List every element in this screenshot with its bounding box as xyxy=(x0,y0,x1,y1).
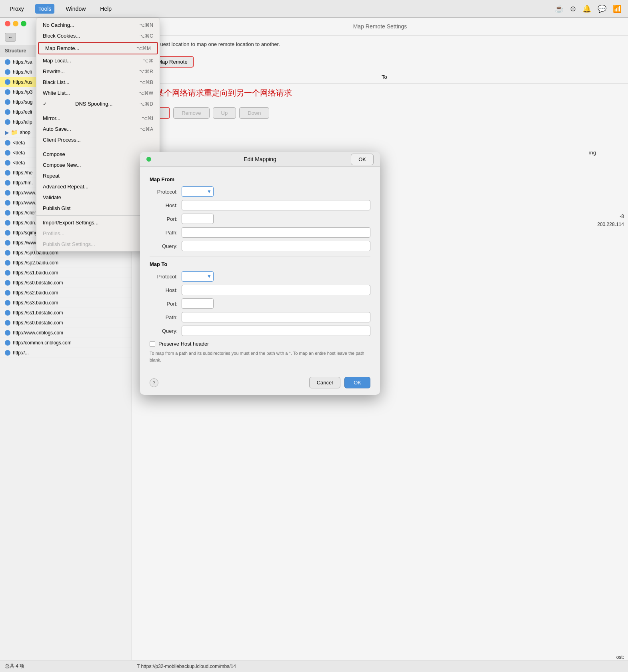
list-item[interactable]: https://ss0.bdstatic.com xyxy=(0,278,132,288)
chevron-down-icon: ▼ xyxy=(207,189,212,194)
menu-item-label: DNS Spoofing... xyxy=(75,101,112,107)
to-protocol-label: Protocol: xyxy=(150,274,178,280)
remove-button[interactable]: Remove xyxy=(173,107,209,119)
menu-item-label: White List... xyxy=(43,90,70,96)
from-protocol-select[interactable]: ▼ xyxy=(182,186,214,197)
back-button[interactable]: ← xyxy=(5,33,16,42)
preserve-host-checkbox[interactable] xyxy=(150,341,155,347)
shortcut: ⌥⌘M xyxy=(136,46,151,51)
from-query-input[interactable] xyxy=(182,241,370,251)
menubar-proxy[interactable]: Proxy xyxy=(6,4,27,14)
list-item[interactable]: https://ss1.baidu.com xyxy=(0,268,132,278)
menu-item-map-remote[interactable]: Map Remote... ⌥⌘M xyxy=(38,42,158,54)
menu-item-label: Validate xyxy=(43,194,61,200)
menu-item-dns-spoofing[interactable]: ✓ DNS Spoofing... ⌥⌘D xyxy=(36,98,160,109)
cancel-button[interactable]: Cancel xyxy=(309,377,340,388)
bottom-status: T https://p32-mobilebackup.icloud.com/mb… xyxy=(132,660,628,672)
shortcut: ⌥⌘W xyxy=(138,90,153,96)
menu-item-map-local[interactable]: Map Local... ⌥⌘ xyxy=(36,55,160,66)
hint-text: To map from a path and its subdirectorie… xyxy=(150,350,370,363)
shortcut: ⌥⌘ xyxy=(143,58,153,64)
list-item[interactable]: https://ss3.baidu.com xyxy=(0,298,132,308)
menu-separator xyxy=(36,111,160,111)
from-query-label: Query: xyxy=(150,243,178,249)
host-bottom-label: ost: xyxy=(616,654,624,660)
from-host-input[interactable] xyxy=(182,200,370,210)
shortcut: ⌥⌘B xyxy=(140,80,153,85)
list-item[interactable]: https://ss1.bdstatic.com xyxy=(0,308,132,318)
shortcut: ⌥⌘C xyxy=(139,33,153,39)
menu-item-rewrite[interactable]: Rewrite... ⌥⌘R xyxy=(36,66,160,77)
menu-item-label: Compose New... xyxy=(43,162,81,168)
list-item[interactable]: http://... xyxy=(0,348,132,358)
to-host-label: Host: xyxy=(150,287,178,293)
bottom-url: T https://p32-mobilebackup.icloud.com/mb… xyxy=(137,664,236,669)
down-button[interactable]: Down xyxy=(239,107,269,119)
menu-item-label: Map Remote... xyxy=(45,45,79,51)
ok-button[interactable]: OK xyxy=(344,377,370,388)
from-port-input[interactable] xyxy=(182,214,214,224)
help-button[interactable]: ? xyxy=(150,378,158,387)
menu-item-white-list[interactable]: White List... ⌥⌘W xyxy=(36,88,160,98)
chat-icon: 💬 xyxy=(598,4,606,13)
menu-item-label: Map Local... xyxy=(43,58,71,64)
up-button[interactable]: Up xyxy=(213,107,236,119)
menu-item-label: Mirror... xyxy=(43,115,60,121)
checkmark-icon: ✓ xyxy=(43,101,47,107)
shortcut: ⌥⌘A xyxy=(140,126,153,132)
ok-button-top[interactable]: OK xyxy=(351,154,374,165)
to-query-input[interactable] xyxy=(182,326,370,336)
minimize-traffic-light[interactable] xyxy=(13,21,18,26)
from-column-header: From xyxy=(140,74,378,80)
to-protocol-select[interactable]: ▼ xyxy=(182,271,214,282)
to-path-input[interactable] xyxy=(182,312,370,322)
from-path-input[interactable] xyxy=(182,227,370,238)
from-port-label: Port: xyxy=(150,216,178,222)
from-protocol-label: Protocol: xyxy=(150,189,178,195)
menu-item-mirror[interactable]: Mirror... ⌥⌘I xyxy=(36,113,160,124)
to-port-input[interactable] xyxy=(182,298,214,309)
menubar-right-icons: ☕ ⊙ 🔔 💬 📶 xyxy=(555,4,622,13)
wifi-icon: 📶 xyxy=(613,4,622,13)
preserve-host-row: Preserve Host header xyxy=(150,341,370,347)
menu-item-black-list[interactable]: Black List... ⌥⌘B xyxy=(36,77,160,88)
menu-item-no-caching[interactable]: No Caching... ⌥⌘N xyxy=(36,20,160,30)
menu-item-auto-save[interactable]: Auto Save... ⌥⌘A xyxy=(36,124,160,134)
menu-item-client-process[interactable]: Client Process... xyxy=(36,134,160,145)
from-host-row: Host: xyxy=(150,200,370,210)
to-column-header: To xyxy=(382,74,620,80)
menu-item-label: Publish Gist Settings... xyxy=(43,241,95,247)
to-port-row: Port: xyxy=(150,298,370,309)
menu-item-block-cookies[interactable]: Block Cookies... ⌥⌘C xyxy=(36,30,160,41)
ip-label: 200.228.114 xyxy=(597,222,624,227)
dialog-body: Map From Protocol: ▼ Host: Port: Path: Q… xyxy=(140,167,380,373)
list-item[interactable]: http://common.cnblogs.com xyxy=(0,338,132,348)
from-protocol-row: Protocol: ▼ xyxy=(150,186,370,197)
dialog-green-dot xyxy=(146,157,151,162)
shortcut: ⌥⌘R xyxy=(139,69,153,74)
map-to-section-label: Map To xyxy=(150,261,370,267)
list-item[interactable]: https://ss0.bdstatic.com xyxy=(0,318,132,328)
dialog-title: Edit Mapping xyxy=(244,156,276,162)
menubar-window[interactable]: Window xyxy=(62,4,89,14)
menubar-tools[interactable]: Tools xyxy=(35,4,55,14)
menu-item-label: Profiles... xyxy=(43,230,64,236)
to-port-label: Port: xyxy=(150,301,178,307)
list-item[interactable]: https://ss2.baidu.com xyxy=(0,288,132,298)
enable-button-row: able Map Remote xyxy=(132,53,628,71)
to-host-row: Host: xyxy=(150,285,370,295)
menubar-help[interactable]: Help xyxy=(97,4,115,14)
menubar: Proxy Tools Window Help ☕ ⊙ 🔔 💬 📶 xyxy=(0,0,628,18)
footer-left: ? xyxy=(150,378,158,387)
list-item[interactable]: https://sp2.baidu.com xyxy=(0,258,132,268)
menu-item-label: Rewrite... xyxy=(43,68,65,74)
from-query-row: Query: xyxy=(150,241,370,251)
from-host-label: Host: xyxy=(150,202,178,208)
map-from-section-label: Map From xyxy=(150,176,370,182)
list-item[interactable]: http://www.cnblogs.com xyxy=(0,328,132,338)
shortcut: ⌥⌘D xyxy=(139,101,153,107)
from-port-row: Port: xyxy=(150,214,370,224)
to-host-input[interactable] xyxy=(182,285,370,295)
maximize-traffic-light[interactable] xyxy=(21,21,26,26)
close-traffic-light[interactable] xyxy=(5,21,10,26)
